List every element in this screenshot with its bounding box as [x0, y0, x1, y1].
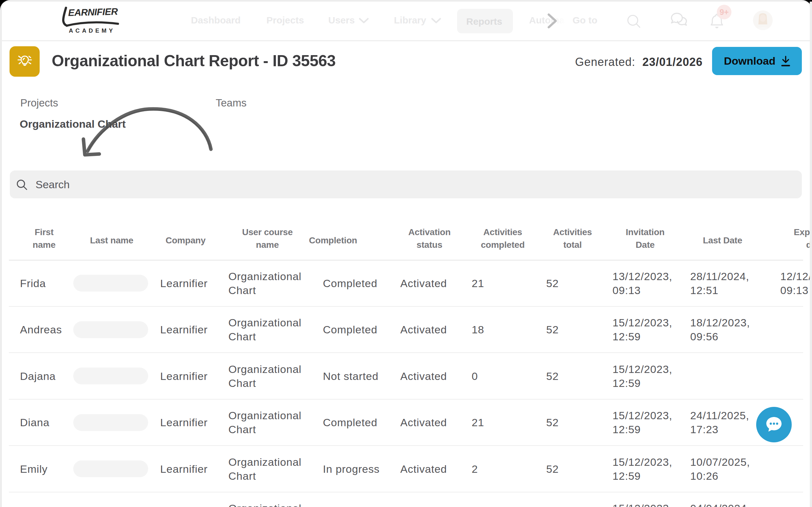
svg-text:ACADEMY: ACADEMY: [69, 27, 115, 34]
svg-text:EARNIFIER: EARNIFIER: [68, 6, 118, 18]
